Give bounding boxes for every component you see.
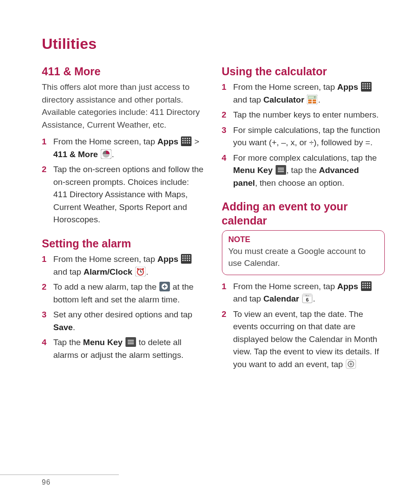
- svg-rect-70: [362, 285, 364, 286]
- page-number: 96: [42, 478, 51, 486]
- two-column-layout: 411 & More This offers alot more than ju…: [42, 65, 385, 373]
- svg-rect-2: [184, 138, 186, 139]
- add-plus-circle-outline-icon: [346, 359, 356, 369]
- svg-rect-10: [184, 142, 186, 143]
- footer-rule: [0, 475, 119, 475]
- svg-rect-17: [187, 255, 188, 257]
- steps-411-more: From the Home screen, tap Apps > 411 & M…: [42, 136, 205, 226]
- svg-rect-20: [184, 258, 186, 259]
- svg-text:6: 6: [306, 297, 309, 302]
- svg-rect-59: [308, 102, 312, 103]
- svg-text:Mon: Mon: [306, 294, 309, 297]
- bold-calculator: Calculator: [263, 95, 304, 104]
- alarm-clock-icon: [135, 267, 146, 276]
- body-text: and tap: [233, 95, 264, 104]
- left-column: 411 & More This offers alot more than ju…: [42, 65, 205, 373]
- svg-rect-64: [278, 171, 284, 172]
- svg-rect-49: [369, 85, 370, 87]
- body-text: and tap: [233, 294, 264, 303]
- svg-rect-52: [367, 88, 368, 89]
- body-text: .: [313, 294, 315, 303]
- bold-save: Save: [53, 323, 73, 332]
- note-title: NOTE: [228, 235, 379, 244]
- svg-rect-71: [365, 285, 366, 286]
- body-text: .: [146, 267, 148, 276]
- heading-setting-alarm: Setting the alarm: [42, 237, 205, 250]
- body-text: From the Home screen, tap: [233, 82, 338, 92]
- apps-grid-icon: [181, 136, 192, 146]
- svg-rect-4: [189, 138, 190, 139]
- bold-apps: Apps: [337, 282, 358, 291]
- bold-menu-key: Menu Key: [83, 338, 123, 347]
- svg-rect-11: [187, 142, 188, 143]
- svg-rect-39: [128, 342, 134, 342]
- svg-rect-3: [187, 138, 188, 139]
- note-box: NOTE You must create a Google account to…: [222, 230, 385, 275]
- bold-calendar: Calendar: [263, 294, 299, 303]
- body-text: Tap the: [53, 338, 83, 347]
- steps-setting-alarm: From the Home screen, tap Apps and tap A…: [42, 253, 205, 361]
- svg-rect-23: [182, 260, 184, 261]
- svg-rect-50: [362, 88, 364, 89]
- heading-calendar-event: Adding an event to your calendar: [222, 200, 385, 228]
- intro-411-more: This offers alot more than just access t…: [42, 81, 205, 131]
- step: From the Home screen, tap Apps and tap C…: [222, 280, 385, 305]
- body-text: .: [318, 95, 320, 104]
- svg-rect-53: [369, 88, 370, 89]
- svg-rect-8: [189, 140, 190, 141]
- svg-rect-1: [182, 138, 184, 139]
- svg-rect-22: [189, 258, 190, 259]
- svg-rect-68: [367, 283, 368, 284]
- svg-rect-7: [187, 140, 188, 141]
- svg-rect-18: [189, 255, 190, 257]
- svg-rect-6: [184, 140, 186, 141]
- apps-grid-icon: [181, 254, 192, 264]
- svg-rect-19: [182, 258, 184, 259]
- svg-rect-58: [313, 99, 316, 101]
- svg-rect-76: [367, 287, 368, 288]
- bold-apps: Apps: [337, 82, 358, 92]
- right-column: Using the calculator From the Home scree…: [222, 65, 385, 373]
- step: For simple calculations, tap the functio…: [222, 124, 385, 149]
- body-text: From the Home screen, tap: [53, 137, 158, 146]
- 411-more-icon: [101, 149, 111, 159]
- svg-rect-40: [128, 343, 134, 344]
- svg-rect-16: [184, 255, 186, 257]
- steps-calculator: From the Home screen, tap Apps and tap C…: [222, 81, 385, 189]
- menu-key-icon: [276, 165, 286, 175]
- body-text: .: [112, 150, 114, 159]
- body-text: Set any other desired options and tap: [53, 310, 192, 319]
- svg-rect-75: [365, 287, 366, 288]
- body-text: and tap: [53, 267, 84, 276]
- step: From the Home screen, tap Apps > 411 & M…: [42, 136, 205, 161]
- body-text: >: [192, 137, 199, 146]
- step: From the Home screen, tap Apps and tap C…: [222, 81, 385, 106]
- svg-rect-46: [362, 85, 364, 87]
- svg-rect-69: [369, 283, 370, 284]
- step: Tap the number keys to enter numbers.: [222, 109, 385, 121]
- body-text: To add a new alarm, tap the: [53, 282, 159, 291]
- svg-rect-15: [182, 255, 184, 257]
- svg-rect-63: [278, 169, 284, 170]
- svg-rect-73: [369, 285, 370, 286]
- svg-rect-21: [187, 258, 188, 259]
- svg-rect-12: [189, 142, 190, 143]
- apps-grid-icon: [361, 82, 372, 92]
- svg-rect-45: [369, 83, 370, 85]
- svg-rect-62: [278, 168, 284, 169]
- svg-rect-57: [308, 99, 312, 101]
- svg-rect-44: [367, 83, 368, 85]
- svg-rect-74: [362, 287, 364, 288]
- step: Tap the Menu Key to delete all alarms or…: [42, 336, 205, 361]
- bold-alarm-clock: Alarm/Clock: [84, 267, 133, 276]
- step: Tap the on-screen options and follow the…: [42, 163, 205, 226]
- svg-rect-24: [184, 260, 186, 261]
- svg-rect-47: [365, 85, 366, 87]
- svg-rect-42: [362, 83, 364, 85]
- body-text: To view an event, tap the date. The even…: [233, 309, 379, 369]
- svg-rect-77: [369, 287, 370, 288]
- steps-calendar: From the Home screen, tap Apps and tap C…: [222, 280, 385, 371]
- page-title: Utilities: [42, 35, 385, 52]
- svg-rect-66: [362, 283, 364, 284]
- svg-rect-72: [367, 285, 368, 286]
